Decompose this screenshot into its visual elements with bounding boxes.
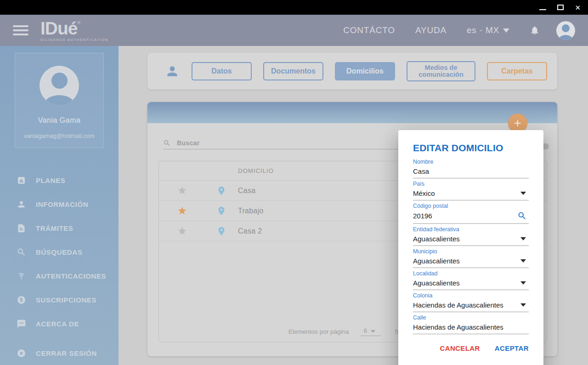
tab-bar: Datos Documentos Domicilios Medios de co… <box>147 53 557 90</box>
field-entidad-federativa: Entidad federativa Aguascalientes <box>413 226 529 246</box>
sidebar-item-cerrar-sesion[interactable]: CERRAR SESIÓN <box>17 341 119 365</box>
field-value-text: Aguascalientes <box>413 257 460 265</box>
search-field <box>163 137 437 149</box>
field-colonia: Colonia Haciendas de Aguascalientes <box>413 292 529 312</box>
field-value-text: México <box>413 189 435 197</box>
dropdown-arrow-icon <box>520 281 526 285</box>
location-pin-icon <box>205 186 238 196</box>
search-icon <box>17 247 26 257</box>
sidebar-item-label: AUTENTICACIONES <box>36 272 106 280</box>
window-close-icon[interactable]: ✕ <box>575 4 581 11</box>
field-label: País <box>413 181 529 188</box>
favorite-star-icon[interactable] <box>159 186 205 195</box>
field-label: Municipio <box>413 248 529 255</box>
sidebar-item-label: TRÁMITES <box>36 224 73 232</box>
window-minimize-icon[interactable] <box>539 9 546 10</box>
fingerprint-icon <box>17 271 26 281</box>
favorite-star-icon[interactable] <box>159 206 205 216</box>
os-titlebar: ✕ <box>0 0 588 15</box>
person-icon <box>17 200 26 209</box>
postal-code-search-icon[interactable] <box>517 211 527 221</box>
logo-subtitle: DILIGENCE AUTHENTICATION <box>40 38 108 42</box>
sidebar-item-autenticaciones[interactable]: AUTENTICACIONES <box>17 264 119 288</box>
pais-select[interactable]: México <box>413 188 529 200</box>
nav-contacto-link[interactable]: CONTÁCTO <box>343 25 395 35</box>
field-label: Código postal <box>413 203 529 210</box>
field-municipio: Municipio Aguascalientes <box>413 248 529 268</box>
panel-header-band <box>147 102 557 123</box>
sidebar: Vania Gama vaniagamag@hotmail.com PLANES… <box>0 46 119 365</box>
entidad-federativa-select[interactable]: Aguascalientes <box>413 233 529 246</box>
sidebar-item-acerca-de[interactable]: ACERCA DE <box>17 312 119 336</box>
field-label: Entidad federativa <box>413 226 529 233</box>
sidebar-item-label: ACERCA DE <box>36 320 79 328</box>
colonia-select[interactable]: Haciendas de Aguascalientes <box>413 299 529 312</box>
editar-domicilio-dialog: EDITAR DOMICILIO Nombre Casa País México <box>398 130 543 365</box>
field-localidad: Localidad Aguascalientes <box>413 270 529 290</box>
items-per-page-select[interactable]: 6 <box>361 327 381 336</box>
sidebar-item-informacion[interactable]: INFORMACIÓN <box>17 192 119 216</box>
sidebar-item-planes[interactable]: PLANES <box>17 168 119 192</box>
field-value-text: Haciendas de Aguascalientes <box>413 323 503 331</box>
language-label: es - MX <box>467 25 499 35</box>
codigo-postal-input[interactable]: 20196 <box>413 210 529 224</box>
field-label: Calle <box>413 314 529 321</box>
tab-datos[interactable]: Datos <box>192 62 252 80</box>
dollar-icon: $ <box>17 295 26 305</box>
location-pin-icon <box>205 226 238 236</box>
tab-documentos[interactable]: Documentos <box>263 62 323 80</box>
tab-domicilios[interactable]: Domicilios <box>335 62 395 80</box>
field-calle: Calle Haciendas de Aguascalientes <box>413 314 529 334</box>
person-icon <box>165 64 180 79</box>
sidebar-item-label: INFORMACIÓN <box>36 200 88 208</box>
sidebar-item-label: CERRAR SESIÓN <box>36 349 97 357</box>
sidebar-item-tramites[interactable]: TRÁMITES <box>17 216 119 240</box>
app-logo: IDué® DILIGENCE AUTHENTICATION <box>40 19 108 42</box>
field-label: Nombre <box>413 159 529 165</box>
cancel-button[interactable]: CANCELAR <box>440 344 480 352</box>
plans-icon <box>17 176 26 185</box>
search-icon <box>163 139 171 147</box>
sidebar-item-label: PLANES <box>36 177 65 184</box>
field-label: Localidad <box>413 270 529 277</box>
profile-email: vaniagamag@hotmail.com <box>15 132 103 139</box>
accept-button[interactable]: ACEPTAR <box>495 344 529 352</box>
field-value-text: Casa <box>413 167 429 175</box>
app-screen: ✕ IDué® DILIGENCE AUTHENTICATION CONTÁCT… <box>0 0 588 365</box>
sidebar-menu: PLANES INFORMACIÓN TRÁMITES BÚSQUEDAS AU… <box>0 168 119 365</box>
svg-text:$: $ <box>20 297 23 302</box>
items-per-page-label: Elementos por página <box>288 328 349 335</box>
chat-icon <box>17 319 26 329</box>
profile-name: Vania Gama <box>15 116 103 125</box>
field-value-text: Aguascalientes <box>413 279 460 287</box>
hamburger-menu-icon[interactable] <box>13 25 28 35</box>
dropdown-arrow-icon <box>520 237 526 240</box>
logout-icon <box>17 348 26 358</box>
sidebar-item-label: BÚSQUEDAS <box>36 248 82 256</box>
chevron-down-icon <box>503 29 509 33</box>
nombre-input[interactable]: Casa <box>413 165 529 178</box>
dropdown-arrow-icon <box>520 259 526 262</box>
municipio-select[interactable]: Aguascalientes <box>413 255 529 268</box>
field-pais: País México <box>413 181 529 200</box>
favorite-star-icon[interactable] <box>159 226 205 236</box>
localidad-select[interactable]: Aguascalientes <box>413 277 529 290</box>
nav-ayuda-link[interactable]: AYUDA <box>415 25 447 35</box>
location-pin-icon <box>205 206 238 216</box>
sidebar-item-label: SUSCRIPCIONES <box>36 296 96 304</box>
language-selector[interactable]: es - MX <box>467 25 509 35</box>
window-maximize-icon[interactable] <box>557 5 564 10</box>
tab-medios-de-comunicacion[interactable]: Medios de comunicación <box>407 61 475 81</box>
calle-input[interactable]: Haciendas de Aguascalientes <box>413 321 529 334</box>
document-icon <box>17 223 26 233</box>
app-header: IDué® DILIGENCE AUTHENTICATION CONTÁCTO … <box>0 15 588 46</box>
notifications-bell-icon[interactable] <box>530 25 540 35</box>
logo-title: IDué <box>40 18 78 38</box>
user-avatar[interactable] <box>556 21 575 40</box>
sidebar-item-busquedas[interactable]: BÚSQUEDAS <box>17 240 119 264</box>
profile-avatar <box>40 66 79 105</box>
sidebar-item-suscripciones[interactable]: $ SUSCRIPCIONES <box>17 288 119 312</box>
field-value-text: Haciendas de Aguascalientes <box>413 301 503 309</box>
field-codigo-postal: Código postal 20196 <box>413 203 529 224</box>
tab-carpetas[interactable]: Carpetas <box>487 62 547 80</box>
